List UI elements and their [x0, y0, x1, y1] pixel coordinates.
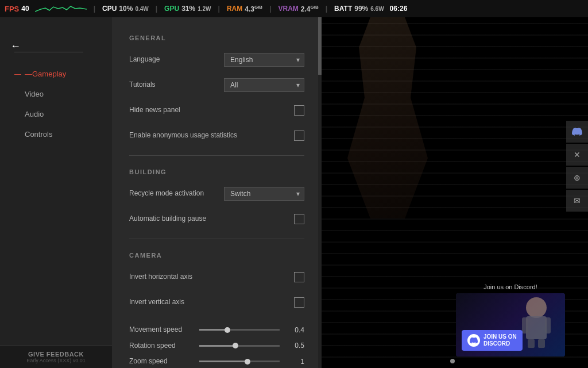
divider-1: [129, 155, 304, 156]
zoom-speed-thumb[interactable]: [245, 359, 250, 365]
invert-v-checkbox[interactable]: [294, 297, 304, 308]
cpu-watts: 0.4W: [135, 6, 148, 12]
svg-rect-5: [538, 339, 545, 348]
hide-news-checkbox[interactable]: [294, 105, 304, 116]
recycle-mode-setting: Recycle mode activation Switch Hold Togg…: [129, 186, 304, 202]
anon-usage-setting: Enable anonymous usage statistics: [129, 128, 304, 144]
sidebar-item-label: Gameplay: [32, 70, 66, 78]
sidebar-item-label: Audio: [25, 110, 44, 118]
rotation-speed-value: 0.5: [284, 342, 304, 350]
language-dropdown[interactable]: English French German Spanish: [224, 53, 304, 67]
recycle-dropdown-wrapper[interactable]: Switch Hold Toggle: [224, 187, 304, 201]
rotation-speed-slider[interactable]: [199, 345, 280, 347]
zoom-speed-label: Zoom speed: [129, 357, 199, 366]
rotation-speed-thumb[interactable]: [233, 343, 238, 348]
batt-label: BATT: [334, 5, 352, 13]
right-panel: ✕ ⊕ ✉ Join us on Discord!: [322, 17, 588, 368]
gpu-pct: 31%: [181, 5, 195, 13]
give-feedback-label: GIVE FEEDBACK: [28, 351, 84, 358]
sidebar-item-controls[interactable]: Controls: [0, 124, 112, 144]
ram-val: 4.3GiB: [245, 5, 262, 13]
fps-value: 40: [21, 5, 29, 13]
rotation-speed-label: Rotation speed: [129, 342, 199, 351]
cpu-pct: 10%: [119, 5, 133, 13]
give-feedback-sub: Early Access (XXX) v0.01: [26, 358, 86, 363]
sidebar-active-indicator: —: [25, 70, 32, 78]
rotation-speed-fill: [199, 345, 235, 347]
auto-building-pause-checkbox[interactable]: [294, 214, 304, 224]
section-title-building: BUILDING: [129, 168, 304, 175]
tutorials-setting: Tutorials All None Essential: [129, 77, 304, 93]
dot-indicator: [450, 359, 455, 363]
zoom-speed-fill: [199, 361, 247, 362]
svg-rect-2: [522, 317, 528, 334]
section-title-camera: CAMERA: [129, 252, 304, 259]
ram-label: RAM: [227, 5, 242, 13]
svg-rect-1: [526, 316, 547, 339]
invert-h-setting: Invert horizontal axis: [129, 269, 304, 285]
discord-promo-image[interactable]: JOIN US ON DISCORD: [456, 293, 565, 356]
sidebar-item-video[interactable]: Video: [0, 84, 112, 104]
svg-point-0: [526, 297, 547, 318]
x-side-button[interactable]: ✕: [566, 144, 588, 166]
vram-label: VRAM: [278, 5, 298, 13]
language-dropdown-wrapper[interactable]: English French German Spanish: [224, 53, 304, 67]
svg-rect-3: [545, 317, 551, 334]
discord-promo-label: Join us on Discord!: [456, 283, 565, 290]
mail-side-button[interactable]: ✉: [566, 190, 588, 212]
auto-building-pause-label: Automatic building pause: [129, 214, 294, 224]
back-button[interactable]: ←: [10, 40, 21, 52]
vram-val: 2.4GiB: [301, 5, 319, 13]
gpu-label: GPU: [164, 5, 179, 13]
tutorials-label: Tutorials: [129, 80, 224, 90]
recycle-mode-label: Recycle mode activation: [129, 189, 224, 198]
sidebar-item-audio[interactable]: Audio: [0, 104, 112, 124]
discord-character: [519, 296, 554, 348]
anon-usage-checkbox[interactable]: [294, 131, 304, 141]
divider-2: [129, 239, 304, 239]
side-icons-panel: ✕ ⊕ ✉: [566, 121, 588, 212]
hide-news-label: Hide news panel: [129, 106, 294, 115]
top-bar: FPS 40 | CPU 10% 0.4W | GPU 31% 1.2W | R…: [0, 0, 588, 17]
movement-speed-setting: Movement speed 0.4: [129, 325, 304, 335]
anon-usage-label: Enable anonymous usage statistics: [129, 131, 294, 140]
discord-join-button[interactable]: JOIN US ON DISCORD: [462, 330, 523, 351]
hide-news-setting: Hide news panel: [129, 102, 304, 118]
gpu-watts: 1.2W: [198, 6, 211, 12]
give-feedback-button[interactable]: GIVE FEEDBACK Early Access (XXX) v0.01: [0, 345, 112, 368]
tutorials-dropdown-wrapper[interactable]: All None Essential: [224, 78, 304, 92]
zoom-speed-value: 1: [284, 358, 304, 366]
sidebar-item-gameplay[interactable]: — Gameplay: [0, 64, 112, 84]
auto-building-pause-setting: Automatic building pause: [129, 211, 304, 227]
scrollbar-thumb[interactable]: [318, 17, 322, 75]
discord-side-button[interactable]: [566, 121, 588, 143]
sidebar: ← — Gameplay Video Audio Controls GIVE F…: [0, 17, 112, 368]
language-setting: Language English French German Spanish: [129, 52, 304, 68]
invert-v-setting: Invert vertical axis: [129, 294, 304, 310]
discord-logo-icon: [467, 334, 480, 347]
zoom-speed-slider[interactable]: [199, 361, 280, 362]
movement-speed-label: Movement speed: [129, 325, 199, 335]
steam-side-button[interactable]: ⊕: [566, 167, 588, 189]
invert-v-label: Invert vertical axis: [129, 298, 294, 307]
movement-speed-thumb[interactable]: [225, 327, 230, 333]
recycle-dropdown[interactable]: Switch Hold Toggle: [224, 187, 304, 201]
invert-h-checkbox[interactable]: [294, 272, 304, 282]
movement-speed-control: 0.4: [199, 326, 304, 334]
cpu-label: CPU: [102, 5, 117, 13]
batt-pct: 99%: [354, 5, 368, 13]
language-label: Language: [129, 55, 224, 64]
settings-panel: GENERAL Language English French German S…: [112, 17, 322, 368]
movement-speed-value: 0.4: [284, 326, 304, 334]
scrollbar-track: [318, 17, 322, 368]
invert-h-label: Invert horizontal axis: [129, 273, 294, 282]
tutorials-dropdown[interactable]: All None Essential: [224, 78, 304, 92]
discord-promo-box: Join us on Discord! JOIN US: [456, 283, 565, 356]
sidebar-item-label: Video: [25, 90, 44, 98]
rotation-speed-setting: Rotation speed 0.5: [129, 342, 304, 351]
spacer: [129, 320, 304, 325]
fps-label: FPS: [5, 5, 19, 13]
fps-graph: [35, 3, 87, 14]
svg-rect-4: [528, 339, 535, 348]
movement-speed-slider[interactable]: [199, 329, 280, 331]
